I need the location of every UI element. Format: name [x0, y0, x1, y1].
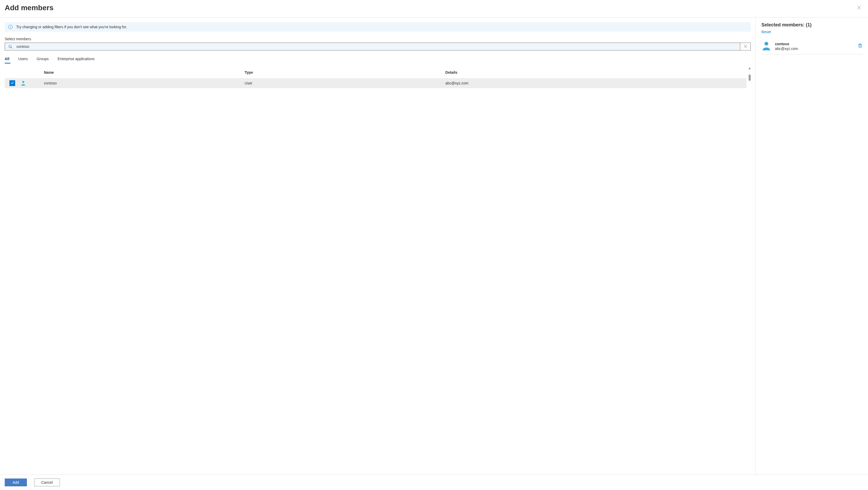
- selected-list: contoso abc@xyz.com: [762, 40, 863, 54]
- check-icon: [11, 81, 14, 85]
- svg-rect-8: [859, 45, 862, 48]
- row-details: abc@xyz.com: [445, 81, 746, 85]
- search-field: [5, 42, 751, 51]
- col-type: Type: [245, 70, 445, 75]
- clear-icon: [744, 45, 747, 49]
- scroll-up-arrow-icon[interactable]: [748, 67, 751, 69]
- svg-point-6: [22, 81, 24, 83]
- selected-members-title: Selected members: (1): [762, 22, 863, 28]
- result-row[interactable]: contoso User abc@xyz.com: [5, 78, 746, 88]
- tab-groups[interactable]: Groups: [37, 57, 49, 63]
- results-header-row: Name Type Details: [5, 67, 746, 78]
- panel-header: Add members: [0, 0, 868, 17]
- tab-all[interactable]: All: [5, 57, 9, 63]
- reset-link[interactable]: Reset: [762, 30, 863, 34]
- search-icon: [5, 43, 16, 50]
- close-icon: [857, 5, 861, 10]
- info-banner: i Try changing or adding filters if you …: [5, 22, 751, 32]
- tab-enterprise-apps[interactable]: Enterprise applications: [58, 57, 95, 63]
- panel-footer: Add Cancel: [0, 474, 868, 490]
- info-icon: i: [8, 25, 12, 29]
- close-button[interactable]: [856, 4, 863, 12]
- add-button[interactable]: Add: [5, 479, 27, 486]
- left-pane: i Try changing or adding filters if you …: [0, 18, 756, 474]
- svg-point-2: [9, 45, 11, 47]
- selected-item-text: contoso abc@xyz.com: [775, 42, 854, 51]
- add-members-panel: Add members i Try changing or adding fil…: [0, 0, 868, 490]
- col-details: Details: [445, 70, 746, 75]
- panel-title: Add members: [5, 4, 54, 12]
- row-type: User: [245, 81, 445, 85]
- selected-item-detail: abc@xyz.com: [775, 47, 854, 51]
- right-pane: Selected members: (1) Reset contoso abc@…: [756, 18, 868, 474]
- svg-line-3: [11, 47, 12, 48]
- trash-icon: [858, 45, 862, 49]
- cancel-button[interactable]: Cancel: [34, 479, 60, 486]
- results-scroll[interactable]: Name Type Details: [5, 67, 751, 474]
- svg-point-7: [765, 42, 768, 46]
- search-label: Select members: [5, 37, 751, 41]
- tab-users[interactable]: Users: [18, 57, 28, 63]
- row-checkbox-cell: [5, 80, 20, 86]
- remove-selected-button[interactable]: [857, 42, 863, 50]
- col-name: Name: [44, 70, 245, 75]
- result-tabs: All Users Groups Enterprise applications: [5, 57, 751, 63]
- search-input[interactable]: [16, 43, 740, 50]
- scrollbar-thumb[interactable]: [749, 75, 751, 81]
- search-clear-button[interactable]: [740, 43, 750, 50]
- selected-item: contoso abc@xyz.com: [762, 40, 863, 54]
- info-banner-text: Try changing or adding filters if you do…: [16, 25, 127, 29]
- results-area: Name Type Details: [5, 67, 751, 474]
- user-avatar-icon: [762, 41, 771, 52]
- user-avatar-icon: [20, 80, 26, 86]
- row-name: contoso: [44, 81, 245, 85]
- row-checkbox[interactable]: [9, 80, 15, 86]
- panel-body: i Try changing or adding filters if you …: [0, 18, 868, 474]
- selected-item-name: contoso: [775, 42, 854, 46]
